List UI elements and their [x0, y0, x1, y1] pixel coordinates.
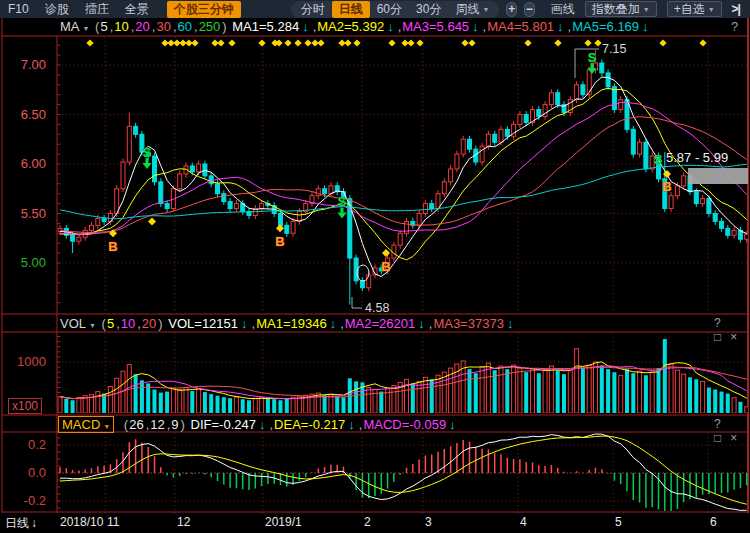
close-icon[interactable]: ×	[730, 330, 737, 344]
volume-bars	[58, 339, 749, 413]
comma: ,	[429, 316, 433, 331]
arrow-down-icon: ↓	[449, 417, 456, 432]
macd-axis-label: -0.2	[4, 493, 46, 508]
arrow-down-icon: ↓	[507, 316, 514, 331]
date-label: 11	[107, 515, 119, 529]
paren: (	[98, 316, 106, 331]
main-help-icon[interactable]: ?	[731, 19, 738, 34]
period-label: 日线	[5, 516, 29, 530]
legend-value: MA1=19346	[256, 316, 326, 331]
legend-param: 5	[100, 19, 107, 34]
tab-30min[interactable]: 30分	[409, 1, 448, 18]
volume-ma-lines	[60, 362, 747, 399]
comma: ,	[252, 316, 256, 331]
tab-daily[interactable]: 日线	[332, 1, 370, 18]
arrow-down-icon: ↓	[472, 19, 479, 34]
price-gap-band-label: 5.87 - 5.99	[666, 150, 728, 165]
paren: )	[222, 19, 230, 34]
price-axis-label: 6.50	[4, 107, 46, 122]
capture-banker-button[interactable]: 擂庄	[85, 1, 109, 18]
comma: ,	[398, 19, 402, 34]
legend-value: MACD=-0.059	[363, 417, 446, 432]
arrow-down-icon: ↓	[348, 417, 355, 432]
legend-params: (5,10,20,30,60,250)	[90, 19, 231, 34]
arrow-down-icon: ↓	[259, 417, 266, 432]
macd-indicator-dropdown[interactable]: MACD▼	[58, 416, 114, 433]
buy-signal: B	[108, 239, 117, 254]
macd-legend: MACD▼ (26,12,9) DIF=-0.247↓,DEA=-0.217↓,…	[58, 417, 459, 432]
tab-weekly[interactable]: 周线▼	[448, 1, 496, 18]
comma: ,	[568, 19, 572, 34]
paren: )	[181, 417, 189, 432]
tab-60min[interactable]: 60分	[370, 1, 409, 18]
stock-chart-window: F10诊股擂庄全景个股三分钟分时日线60分30分周线▼+−画线指数叠加▼+自选▼…	[0, 0, 750, 533]
add-watchlist-dropdown[interactable]: +自选▼	[667, 1, 722, 17]
paren: (	[120, 417, 128, 432]
price-axis-label: 5.00	[4, 255, 46, 270]
close-icon[interactable]: ×	[730, 431, 737, 445]
legend-param: 20	[135, 19, 149, 34]
comma: ,	[137, 316, 141, 331]
stock-3min-button[interactable]: 个股三分钟	[167, 1, 241, 18]
arrow-down-icon: ↓	[330, 316, 337, 331]
index-overlay-dropdown[interactable]: 指数叠加▼	[585, 1, 657, 17]
draw-line-button[interactable]: 画线	[551, 1, 575, 18]
legend-value: MA3=5.645	[402, 19, 469, 34]
legend-value: MA1=5.284	[232, 19, 299, 34]
chevron-down-icon: ▼	[643, 6, 650, 13]
bottom-axis: 日线↓ 2018/1011122019/123456	[0, 513, 750, 533]
diagnose-stock-button[interactable]: 诊股	[45, 1, 69, 18]
legend-param: 26	[129, 417, 143, 432]
legend-param: 5	[107, 316, 114, 331]
comma: ,	[483, 19, 487, 34]
legend-value: MA5=6.169	[572, 19, 639, 34]
comma: ,	[313, 19, 317, 34]
volume-pane-icons: ?□×	[705, 316, 750, 344]
collapse-panel-button[interactable]: >|	[732, 2, 740, 16]
arrow-down-icon: ↓	[31, 516, 37, 530]
help-icon[interactable]: ?	[714, 316, 721, 330]
comma: ,	[146, 417, 150, 432]
macd-axis-label: 0.2	[4, 437, 46, 452]
legend-param: 10	[121, 316, 135, 331]
zoom-in-button[interactable]: +	[506, 2, 517, 17]
chevron-down-icon: ▼	[482, 6, 489, 13]
chevron-down-icon: ▼	[83, 25, 90, 32]
chart-canvas[interactable]: BSBSBSSB7.154.58	[0, 0, 750, 533]
vol-indicator-dropdown[interactable]: VOL▼	[60, 316, 96, 331]
annotations: 7.154.58	[352, 42, 748, 315]
volume-legend: VOL▼ (5,10,20) VOL=12151↓,MA1=19346↓,MA2…	[60, 316, 516, 331]
period-dropdown[interactable]: 日线↓	[5, 515, 37, 532]
legend-value: MA4=5.801	[487, 19, 554, 34]
comma: ,	[359, 417, 363, 432]
maximize-icon[interactable]: □	[714, 431, 721, 445]
candles	[58, 50, 749, 304]
maximize-icon[interactable]: □	[714, 330, 721, 344]
price-axis-label: 6.00	[4, 156, 46, 171]
f10-button[interactable]: F10	[8, 2, 29, 16]
chevron-down-icon: ▼	[89, 322, 96, 329]
date-label: 6	[710, 515, 717, 529]
legend-param: 60	[178, 19, 192, 34]
legend-value: VOL=12151	[168, 316, 238, 331]
legend-value: MA3=37373	[433, 316, 503, 331]
volume-axis-label: 1000	[4, 354, 46, 369]
date-label: 2	[364, 515, 371, 529]
ma-indicator-dropdown[interactable]: MA▼	[60, 19, 89, 34]
legend-param: 20	[142, 316, 156, 331]
buy-signal: B	[662, 179, 671, 194]
help-icon[interactable]: ?	[714, 417, 721, 431]
legend-params: (26,12,9)	[119, 417, 189, 432]
high-price-label: 7.15	[602, 42, 626, 56]
legend-param: 9	[171, 417, 178, 432]
top-toolbar: F10诊股擂庄全景个股三分钟分时日线60分30分周线▼+−画线指数叠加▼+自选▼…	[0, 0, 750, 18]
panorama-button[interactable]: 全景	[125, 1, 149, 18]
date-label: 4	[520, 515, 527, 529]
paren: )	[158, 316, 166, 331]
zoom-out-button[interactable]: −	[524, 2, 535, 17]
period-tab-strip: 分时日线60分30分周线▼	[291, 1, 500, 18]
price-axis-label: 7.00	[4, 57, 46, 72]
tab-minute[interactable]: 分时	[294, 1, 332, 18]
comma: ,	[152, 19, 156, 34]
comma: ,	[269, 417, 273, 432]
